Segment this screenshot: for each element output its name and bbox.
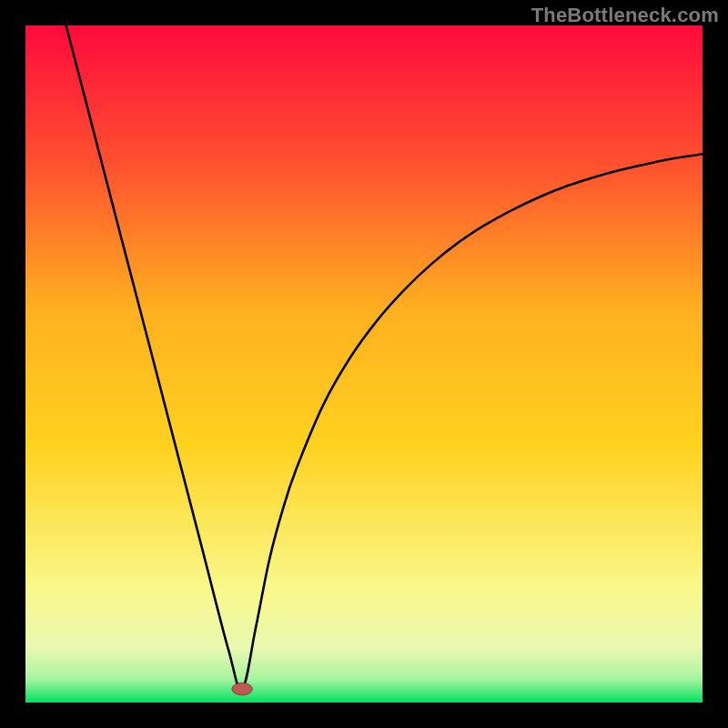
plot-svg — [25, 25, 703, 703]
optimal-point-marker — [232, 682, 252, 694]
gradient-background — [25, 25, 703, 703]
attribution-text: TheBottleneck.com — [531, 4, 719, 27]
plot-area — [25, 25, 703, 703]
chart-figure: TheBottleneck.com — [0, 0, 728, 728]
